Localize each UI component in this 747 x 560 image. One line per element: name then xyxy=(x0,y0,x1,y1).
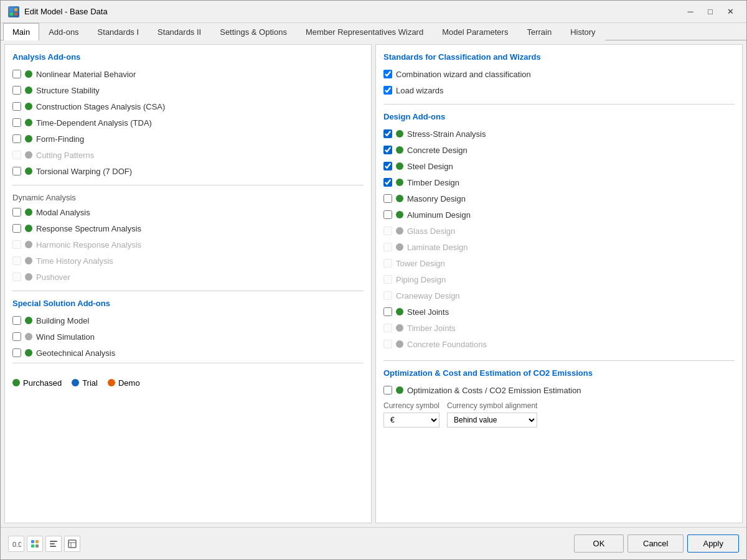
currency-alignment-select[interactable]: Behind value Before value xyxy=(447,413,537,427)
tab-model-params[interactable]: Model Parameters xyxy=(433,23,517,40)
close-button[interactable]: ✕ xyxy=(721,5,739,19)
construction-stages-checkbox[interactable] xyxy=(12,102,21,111)
currency-symbol-label: Currency symbol xyxy=(383,401,439,410)
svg-rect-12 xyxy=(68,540,76,548)
minimize-button[interactable]: ─ xyxy=(682,5,699,19)
currency-row: Currency symbol € $ £ ¥ Currency symbol … xyxy=(383,401,735,427)
construction-stages-dot xyxy=(25,103,32,110)
steel-design-checkbox[interactable] xyxy=(383,162,392,170)
timber-joints-dot xyxy=(396,324,403,332)
list-item: Geotechnical Analysis xyxy=(12,347,364,359)
list-item: Piping Design xyxy=(383,273,735,286)
list-item: Form-Finding xyxy=(12,133,364,145)
tab-standards2[interactable]: Standards II xyxy=(148,23,210,40)
maximize-button[interactable]: □ xyxy=(702,5,719,19)
modal-label: Modal Analysis xyxy=(36,208,90,217)
response-spectrum-dot xyxy=(25,225,32,232)
time-history-label: Time History Analysis xyxy=(36,256,113,266)
standards-title: Standards for Classification and Wizards xyxy=(383,52,735,62)
modal-checkbox[interactable] xyxy=(12,208,21,217)
currency-symbol-group: Currency symbol € $ £ ¥ xyxy=(383,401,439,427)
toolbar-icon-2[interactable] xyxy=(27,536,43,552)
ok-button[interactable]: OK xyxy=(574,534,624,553)
svg-rect-1 xyxy=(14,8,17,11)
concrete-foundations-label: Concrete Foundations xyxy=(407,340,487,349)
pushover-label: Pushover xyxy=(36,273,70,282)
svg-rect-9 xyxy=(50,541,57,542)
combination-wizard-checkbox[interactable] xyxy=(383,70,392,78)
list-item: Tower Design xyxy=(383,257,735,269)
stress-strain-checkbox[interactable] xyxy=(383,129,392,138)
geotechnical-checkbox[interactable] xyxy=(12,348,21,357)
list-item: Harmonic Response Analysis xyxy=(12,238,364,251)
cutting-patterns-dot xyxy=(25,151,32,159)
list-item: Stress-Strain Analysis xyxy=(383,128,735,140)
toolbar-icon-4[interactable] xyxy=(64,536,80,552)
toolbar-icon-3[interactable] xyxy=(45,536,62,552)
form-finding-dot xyxy=(25,135,32,142)
cancel-button[interactable]: Cancel xyxy=(627,534,684,553)
torsional-warping-dot xyxy=(25,167,32,175)
list-item: Cutting Patterns xyxy=(12,149,364,161)
list-item: Timber Joints xyxy=(383,322,735,334)
load-wizards-checkbox[interactable] xyxy=(383,86,392,95)
response-spectrum-label: Response Spectrum Analysis xyxy=(36,224,141,233)
special-solution-title: Special Solution Add-ons xyxy=(12,299,364,308)
piping-design-checkbox xyxy=(383,275,392,284)
list-item: Concrete Foundations xyxy=(383,338,735,350)
svg-rect-6 xyxy=(35,540,39,543)
dynamic-analysis-title: Dynamic Analysis xyxy=(12,193,364,202)
legend-bar: Purchased Trial Demo xyxy=(12,371,364,394)
aluminum-design-checkbox[interactable] xyxy=(383,210,392,219)
tab-terrain[interactable]: Terrain xyxy=(517,23,561,40)
tab-standards1[interactable]: Standards I xyxy=(88,23,149,40)
geotechnical-dot xyxy=(25,349,32,357)
tab-bar: Main Add-ons Standards I Standards II Se… xyxy=(1,23,746,40)
building-model-checkbox[interactable] xyxy=(12,316,21,325)
steel-joints-checkbox[interactable] xyxy=(383,307,392,316)
response-spectrum-checkbox[interactable] xyxy=(12,224,21,233)
tab-member-rep[interactable]: Member Representatives Wizard xyxy=(296,23,433,40)
time-dependent-label: Time-Dependent Analysis (TDA) xyxy=(36,118,152,128)
svg-rect-3 xyxy=(14,12,17,16)
svg-rect-10 xyxy=(50,543,55,544)
building-model-label: Building Model xyxy=(36,316,89,325)
optimization-costs-dot xyxy=(396,386,403,394)
legend-trial: Trial xyxy=(72,378,98,388)
timber-design-checkbox[interactable] xyxy=(383,178,392,187)
tab-history[interactable]: History xyxy=(561,23,604,40)
building-model-dot xyxy=(25,317,32,324)
toolbar-icon-1[interactable]: 0.00 xyxy=(8,536,24,552)
structure-stability-checkbox[interactable] xyxy=(12,86,21,95)
pushover-dot xyxy=(25,273,32,281)
tab-settings[interactable]: Settings & Options xyxy=(210,23,296,40)
wind-simulation-checkbox[interactable] xyxy=(12,332,21,341)
form-finding-checkbox[interactable] xyxy=(12,134,21,143)
apply-button[interactable]: Apply xyxy=(687,534,739,553)
steel-joints-dot xyxy=(396,308,403,315)
combination-wizard-label: Combination wizard and classification xyxy=(396,70,531,79)
optimization-costs-checkbox[interactable] xyxy=(383,386,392,394)
tab-addons[interactable]: Add-ons xyxy=(39,23,88,40)
trial-label: Trial xyxy=(82,378,98,388)
masonry-design-checkbox[interactable] xyxy=(383,194,392,203)
list-item: Craneway Design xyxy=(383,289,735,302)
glass-design-checkbox xyxy=(383,226,392,235)
timber-joints-checkbox xyxy=(383,324,392,332)
list-item: Nonlinear Material Behavior xyxy=(12,68,364,80)
footer: 0.00 xyxy=(1,527,746,559)
currency-symbol-select[interactable]: € $ £ ¥ xyxy=(383,413,439,427)
structure-stability-label: Structure Stability xyxy=(36,86,100,95)
masonry-design-label: Masonry Design xyxy=(407,194,466,203)
structure-stability-dot xyxy=(25,86,32,94)
timber-design-dot xyxy=(396,179,403,186)
time-dependent-checkbox[interactable] xyxy=(12,118,21,127)
tab-main[interactable]: Main xyxy=(3,23,39,40)
torsional-warping-checkbox[interactable] xyxy=(12,167,21,175)
app-icon xyxy=(8,6,19,17)
concrete-design-checkbox[interactable] xyxy=(383,146,392,154)
aluminum-design-dot xyxy=(396,211,403,218)
nonlinear-checkbox[interactable] xyxy=(12,70,21,78)
harmonic-response-dot xyxy=(25,241,32,248)
concrete-foundations-dot xyxy=(396,340,403,348)
